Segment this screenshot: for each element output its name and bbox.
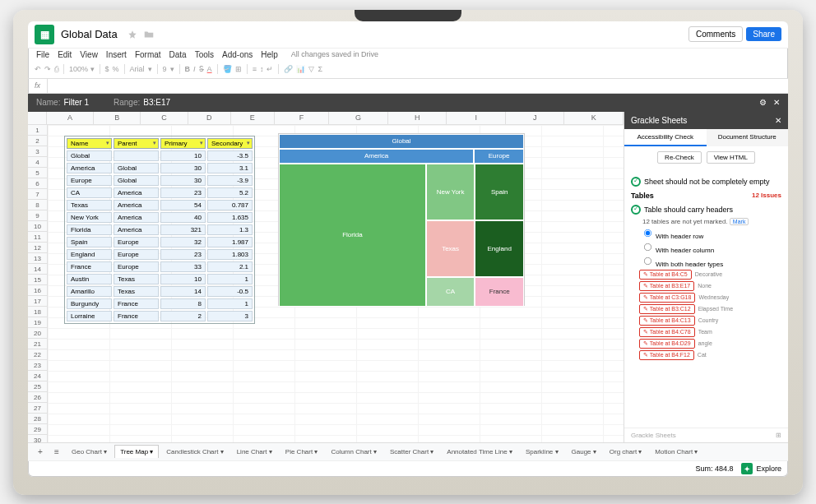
table-cell[interactable]: 3.1 xyxy=(207,163,253,173)
table-cell[interactable]: 40 xyxy=(160,212,206,223)
table-cell[interactable]: Texas xyxy=(67,200,112,210)
row-header[interactable]: 20 xyxy=(28,328,47,339)
row-header[interactable]: 4 xyxy=(28,157,47,168)
table-cell[interactable]: -3.9 xyxy=(207,175,253,186)
comments-button[interactable]: Comments xyxy=(688,26,743,42)
sheet-tab[interactable]: Org chart ▾ xyxy=(604,445,648,459)
font-dropdown[interactable]: Arial xyxy=(130,65,145,73)
sheet-tab[interactable]: Scatter Chart ▾ xyxy=(384,445,439,459)
table-cell[interactable]: 1.635 xyxy=(207,212,253,223)
document-title[interactable]: Global Data xyxy=(61,28,118,40)
fontsize-dropdown[interactable]: 9 xyxy=(163,65,167,73)
col-header[interactable]: D xyxy=(188,112,231,124)
table-cell[interactable]: 8 xyxy=(160,298,206,309)
header-type-radio[interactable] xyxy=(644,257,651,264)
sidepanel-tab[interactable]: Accessibility Check xyxy=(624,129,707,146)
filter-icon[interactable]: ▽ xyxy=(308,65,314,73)
row-header[interactable]: 26 xyxy=(28,392,47,403)
table-cell[interactable]: Amarillo xyxy=(67,286,112,297)
table-cell[interactable]: America xyxy=(114,200,159,210)
filter-name[interactable]: Filter 1 xyxy=(63,98,89,107)
row-header[interactable]: 1 xyxy=(28,125,47,136)
table-header[interactable]: Name xyxy=(67,138,112,149)
italic-icon[interactable]: I xyxy=(193,65,196,73)
table-chip[interactable]: ✎ Table at B3:E17 xyxy=(639,281,694,291)
wrap-icon[interactable]: ↵ xyxy=(267,65,273,73)
table-cell[interactable]: 1 xyxy=(207,298,253,309)
row-header[interactable]: 18 xyxy=(28,307,47,317)
sheet-tab[interactable]: Column Chart ▾ xyxy=(325,445,382,459)
table-cell[interactable]: 14 xyxy=(160,286,206,297)
view-html-button[interactable]: View HTML xyxy=(707,151,755,164)
table-cell[interactable]: 54 xyxy=(160,200,206,210)
zoom-dropdown[interactable]: 100% ▾ xyxy=(69,65,95,73)
col-header[interactable]: K xyxy=(564,112,624,124)
menu-format[interactable]: Format xyxy=(135,50,161,59)
row-header[interactable]: 13 xyxy=(28,253,47,264)
sum-display[interactable]: Sum: 484.8 xyxy=(695,465,733,473)
add-sheet-icon[interactable]: + xyxy=(33,447,48,456)
table-header[interactable]: Primary xyxy=(160,138,206,149)
table-cell[interactable]: 0.787 xyxy=(207,200,253,210)
folder-icon[interactable] xyxy=(143,29,155,40)
row-header[interactable]: 24 xyxy=(28,371,47,381)
tables-section[interactable]: Tables 12 Issues xyxy=(631,192,781,200)
col-header[interactable]: B xyxy=(94,112,141,124)
row-header[interactable]: 15 xyxy=(28,275,47,285)
row-header[interactable]: 12 xyxy=(28,243,47,253)
table-header[interactable]: Parent xyxy=(114,138,159,149)
row-header[interactable]: 11 xyxy=(28,232,47,243)
share-button[interactable]: Share xyxy=(746,27,781,41)
table-cell[interactable]: Austin xyxy=(67,274,112,284)
filter-settings-icon[interactable]: ⚙ xyxy=(759,98,767,107)
sheet-tab[interactable]: Gauge ▾ xyxy=(566,445,602,459)
table-chip[interactable]: ✎ Table at B4:D29 xyxy=(639,339,695,349)
row-header[interactable]: 5 xyxy=(28,168,47,178)
sheet-tab[interactable]: Motion Chart ▾ xyxy=(649,445,703,459)
table-chip[interactable]: ✎ Table at B4:C5 xyxy=(639,270,692,280)
table-header[interactable]: Secondary xyxy=(207,138,253,149)
sheet-tab[interactable]: Tree Map ▾ xyxy=(114,445,159,458)
menu-data[interactable]: Data xyxy=(169,50,187,59)
filter-close-icon[interactable]: ✕ xyxy=(773,98,780,107)
row-header[interactable]: 10 xyxy=(28,221,47,232)
row-header[interactable]: 28 xyxy=(28,414,47,424)
table-cell[interactable]: 1.987 xyxy=(207,237,253,247)
col-header[interactable]: E xyxy=(231,112,274,124)
treemap-chart[interactable]: Global America Europe Florida xyxy=(278,133,525,306)
sheet-tab[interactable]: Pie Chart ▾ xyxy=(280,445,324,459)
table-cell[interactable]: 3 xyxy=(207,311,253,321)
header-type-radio[interactable] xyxy=(644,229,651,236)
row-header[interactable]: 29 xyxy=(28,424,47,435)
table-cell[interactable]: Burgundy xyxy=(67,298,112,309)
row-header[interactable]: 6 xyxy=(28,178,47,189)
table-chip[interactable]: ✎ Table at B3:C12 xyxy=(639,304,695,314)
row-header[interactable]: 23 xyxy=(28,360,47,371)
header-type-radio[interactable] xyxy=(644,243,651,250)
table-cell[interactable]: France xyxy=(114,311,159,321)
table-cell[interactable]: 33 xyxy=(160,261,206,272)
currency-icon[interactable]: $ xyxy=(105,65,109,73)
bold-icon[interactable]: B xyxy=(185,65,191,73)
table-cell[interactable]: England xyxy=(67,249,112,260)
table-cell[interactable]: 5.2 xyxy=(207,187,253,198)
table-cell[interactable]: 1.3 xyxy=(207,224,253,235)
table-cell[interactable]: Texas xyxy=(114,286,159,297)
recheck-button[interactable]: Re-Check xyxy=(657,151,702,164)
col-header[interactable]: A xyxy=(47,112,94,124)
table-cell[interactable]: 23 xyxy=(160,187,206,198)
col-header[interactable]: I xyxy=(447,112,506,124)
menu-add-ons[interactable]: Add-ons xyxy=(222,50,253,59)
link-icon[interactable]: 🔗 xyxy=(284,65,293,73)
table-cell[interactable]: 2.1 xyxy=(207,261,253,272)
table-cell[interactable]: America xyxy=(114,224,159,235)
table-chip[interactable]: ✎ Table at B4:F12 xyxy=(639,350,694,360)
row-header[interactable]: 30 xyxy=(28,435,47,442)
table-cell[interactable]: New York xyxy=(67,212,112,223)
row-header[interactable]: 2 xyxy=(28,136,47,146)
sheet-tab[interactable]: Sparkline ▾ xyxy=(520,445,564,459)
table-chip[interactable]: ✎ Table at B4:C78 xyxy=(639,327,695,337)
menu-file[interactable]: File xyxy=(36,50,49,59)
table-chip[interactable]: ✎ Table at C3:G18 xyxy=(639,293,695,303)
row-header[interactable]: 19 xyxy=(28,317,47,328)
